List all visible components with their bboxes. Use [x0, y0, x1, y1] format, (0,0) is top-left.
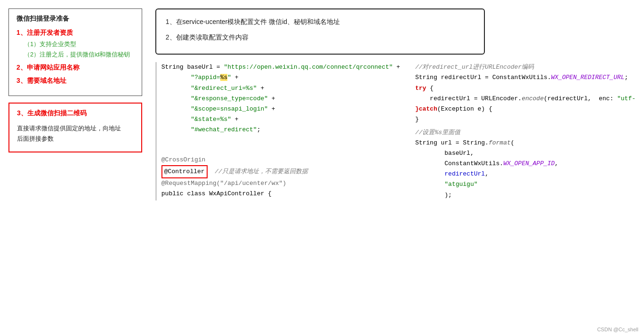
code-line-state: "&state=%s" + [161, 114, 400, 125]
code-line-url-encoder: redirectUrl = URLEncoder.encode(redirect… [415, 94, 636, 104]
code-comment-url-encode: //对redirect_url进行URLEncoder编码 [415, 62, 636, 72]
left-panel: 微信扫描登录准备 1、注册开发者资质 （1）支持企业类型 （2）注册之后，提供微… [5, 5, 146, 331]
code-line-cross-origin: @CrossOrigin [161, 155, 400, 165]
code-line-class-decl: public class WxApiController { [161, 189, 400, 199]
code-line-string-url: String url = String.format( [415, 138, 636, 148]
code-line-base-url-arg: baseUrl, [415, 148, 636, 159]
code-line-try: try { [415, 83, 636, 94]
code-line-constant-app-id: ConstantWxUtils.WX_OPEN_APP_ID, [415, 159, 636, 169]
code-block-main: String baseUrl = "https://open.weixin.qq… [155, 62, 636, 200]
watermark: CSDN @Cc_shell [597, 327, 638, 332]
code-line-atguigu: "atguigu" [415, 179, 636, 190]
code-left-column: String baseUrl = "https://open.weixin.qq… [155, 62, 400, 200]
code-comment-set-vars: //设置%s里面值 [415, 128, 636, 138]
code-line-close-paren: ); [415, 190, 636, 200]
code-line-redirect-url-decl: String redirectUrl = ConstantWxUtils.WX_… [415, 72, 636, 83]
item-2: 2、申请网站应用名称 [16, 64, 134, 72]
subitem-1-2: （2）注册之后，提供微信id和微信秘钥 [24, 50, 134, 59]
code-line-redirect-url-arg: redirectUrl, [415, 169, 636, 179]
item-1: 1、注册开发者资质 [16, 29, 134, 37]
bottom-box-title: 3、生成微信扫描二维码 [17, 109, 134, 118]
code-area: String baseUrl = "https://open.weixin.qq… [155, 62, 636, 200]
code-line-redirect-uri: "&redirect_uri=%s" + [161, 83, 400, 94]
bottom-box: 3、生成微信扫描二维码 直接请求微信提供固定的地址，向地址 后面拼接参数 [8, 103, 142, 152]
code-line-controller: @Controller //只是请求地址，不需要返回数据 [161, 165, 400, 178]
note-line-1: 1、在service-ucenter模块配置文件 微信id、秘钥和域名地址 [166, 16, 475, 28]
right-panel: 1、在service-ucenter模块配置文件 微信id、秘钥和域名地址 2、… [146, 5, 639, 331]
code-line-baseurl: String baseUrl = "https://open.weixin.qq… [161, 62, 400, 72]
item-3: 3、需要域名地址 [16, 77, 134, 85]
note-line-2: 2、创建类读取配置文件内容 [166, 32, 475, 43]
top-box: 微信扫描登录准备 1、注册开发者资质 （1）支持企业类型 （2）注册之后，提供微… [8, 8, 142, 96]
code-line-close-brace: } [415, 114, 636, 125]
bottom-box-desc: 直接请求微信提供固定的地址，向地址 后面拼接参数 [17, 123, 134, 144]
note-box: 1、在service-ucenter模块配置文件 微信id、秘钥和域名地址 2、… [155, 8, 485, 55]
code-line-catch: }catch(Exception e) { [415, 104, 636, 114]
code-line-wechat-redirect: "#wechat_redirect"; [161, 125, 400, 135]
code-line-appid: "?appid=%s" + [161, 72, 400, 83]
code-line-response-type: "&response_type=code" + [161, 94, 400, 104]
code-line-scope: "&scope=snsapi_login" + [161, 104, 400, 114]
subitem-1-1: （1）支持企业类型 [24, 40, 134, 48]
code-right-column: //对redirect_url进行URLEncoder编码 String red… [415, 62, 636, 200]
code-line-request-mapping: @RequestMapping("/api/ucenter/wx") [161, 178, 400, 189]
top-box-title: 微信扫描登录准备 [16, 15, 134, 23]
controller-box: @Controller [161, 165, 208, 178]
